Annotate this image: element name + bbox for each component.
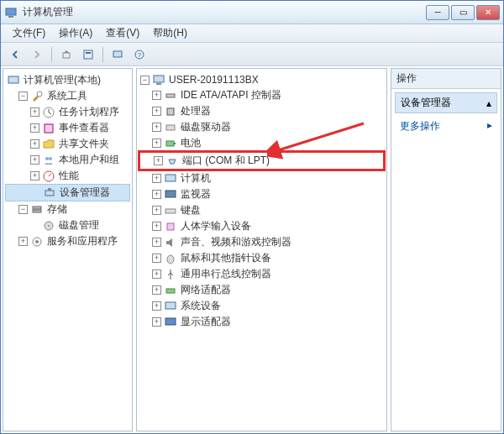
tree-system-devices[interactable]: + 系统设备 — [139, 298, 385, 314]
svg-point-22 — [35, 240, 39, 243]
device-icon — [43, 186, 56, 200]
tree-storage[interactable]: − 存储 — [5, 201, 130, 217]
tree-sound[interactable]: + 声音、视频和游戏控制器 — [139, 234, 385, 250]
properties-button[interactable] — [79, 45, 97, 64]
expand-icon[interactable]: + — [152, 222, 161, 231]
menu-action[interactable]: 操作(A) — [52, 24, 99, 42]
tree-system-tools[interactable]: − 系统工具 — [5, 88, 130, 104]
expand-icon[interactable]: + — [152, 174, 161, 183]
expand-icon[interactable]: + — [30, 123, 39, 133]
tree-disk-management[interactable]: 磁盘管理 — [5, 217, 130, 233]
expand-icon[interactable]: + — [30, 139, 39, 149]
expand-icon[interactable]: + — [152, 317, 161, 327]
tree-local-users[interactable]: + 本地用户和组 — [5, 152, 130, 168]
disk-icon — [42, 219, 55, 233]
expand-icon[interactable]: + — [18, 237, 28, 246]
battery-icon — [164, 137, 177, 150]
tree-label: 网络适配器 — [181, 283, 231, 297]
chevron-up-icon: ▴ — [486, 97, 491, 109]
tree-shared-folders[interactable]: + 共享文件夹 — [5, 136, 130, 152]
tree-network[interactable]: + 网络适配器 — [139, 282, 385, 298]
tree-label: 计算机 — [181, 171, 211, 186]
tree-label: 电池 — [181, 136, 201, 150]
expand-icon[interactable]: + — [152, 254, 161, 263]
tree-label: 显示适配器 — [181, 315, 231, 329]
svg-rect-33 — [167, 223, 174, 230]
expand-icon[interactable]: + — [152, 238, 161, 247]
tree-device-manager[interactable]: 设备管理器 — [5, 184, 130, 201]
sound-icon — [164, 236, 177, 249]
more-actions-link[interactable]: 更多操作 ▸ — [391, 117, 501, 136]
tree-root[interactable]: 计算机管理(本地) — [5, 72, 130, 88]
svg-point-13 — [49, 157, 52, 160]
tree-mice[interactable]: + 鼠标和其他指针设备 — [139, 250, 385, 266]
svg-rect-8 — [8, 76, 18, 83]
leaf-icon — [31, 188, 40, 197]
collapse-icon[interactable]: − — [140, 76, 150, 85]
collapse-icon[interactable]: − — [18, 205, 28, 214]
leaf-icon — [30, 221, 39, 230]
tree-event-viewer[interactable]: + 事件查看器 — [5, 120, 130, 136]
tree-ports[interactable]: + 端口 (COM 和 LPT) — [139, 151, 385, 170]
expand-icon[interactable]: + — [152, 91, 161, 100]
tree-processors[interactable]: + 处理器 — [139, 103, 385, 119]
tree-computers[interactable]: + 计算机 — [139, 170, 385, 186]
help-button[interactable]: ? — [130, 45, 149, 64]
svg-rect-23 — [154, 76, 164, 82]
back-button[interactable] — [6, 45, 24, 64]
display-icon — [164, 316, 177, 329]
tree-label: IDE ATA/ATAPI 控制器 — [181, 88, 281, 102]
svg-rect-17 — [33, 207, 41, 209]
minimize-button[interactable]: ─ — [426, 5, 449, 20]
tree-keyboards[interactable]: + 键盘 — [139, 202, 385, 218]
expand-icon[interactable]: + — [152, 301, 161, 311]
expand-icon[interactable]: + — [152, 123, 161, 132]
usb-icon — [164, 268, 177, 281]
expand-icon[interactable]: + — [30, 171, 39, 180]
tree-usb[interactable]: + 通用串行总线控制器 — [139, 266, 385, 282]
expand-icon[interactable]: + — [152, 107, 161, 116]
tree-label: 本地用户和组 — [59, 153, 119, 167]
drive-icon — [164, 121, 177, 134]
expand-icon[interactable]: + — [152, 269, 161, 279]
tree-computer-root[interactable]: − USER-20191113BX — [139, 72, 385, 87]
svg-point-12 — [45, 157, 49, 160]
tree-ide[interactable]: + IDE ATA/ATAPI 控制器 — [139, 87, 385, 103]
expand-icon[interactable]: + — [154, 156, 163, 165]
tree-label: 磁盘管理 — [59, 218, 99, 233]
device-tree: − USER-20191113BX + IDE ATA/ATAPI 控制器 + … — [137, 69, 386, 333]
tree-display[interactable]: + 显示适配器 — [139, 314, 385, 330]
menu-help[interactable]: 帮助(H) — [146, 24, 194, 42]
storage-icon — [30, 203, 44, 217]
maximize-button[interactable]: ▭ — [451, 5, 475, 20]
tree-hid[interactable]: + 人体学输入设备 — [139, 218, 385, 234]
actions-section[interactable]: 设备管理器 ▴ — [395, 92, 497, 113]
tree-label: 监视器 — [181, 187, 211, 201]
expand-icon[interactable]: + — [152, 285, 161, 295]
refresh-button[interactable] — [108, 45, 127, 64]
collapse-icon[interactable]: − — [18, 92, 28, 101]
close-button[interactable]: ✕ — [476, 5, 500, 20]
expand-icon[interactable]: + — [152, 190, 161, 199]
menubar: 文件(F) 操作(A) 查看(V) 帮助(H) — [1, 24, 503, 43]
menu-file[interactable]: 文件(F) — [6, 24, 52, 42]
menu-view[interactable]: 查看(V) — [99, 24, 146, 42]
tree-label: 设备管理器 — [60, 186, 110, 200]
up-button[interactable] — [57, 45, 76, 64]
expand-icon[interactable]: + — [152, 206, 161, 215]
expand-icon[interactable]: + — [30, 155, 39, 165]
actions-section-label: 设备管理器 — [401, 96, 451, 110]
expand-icon[interactable]: + — [30, 107, 39, 117]
more-actions-label: 更多操作 — [400, 120, 440, 132]
tree-task-scheduler[interactable]: + 任务计划程序 — [5, 104, 130, 120]
forward-button[interactable] — [28, 45, 46, 64]
tree-batteries[interactable]: + 电池 — [139, 135, 385, 151]
svg-point-20 — [48, 225, 50, 227]
tree-disk-drives[interactable]: + 磁盘驱动器 — [139, 119, 385, 135]
tree-performance[interactable]: + 性能 — [5, 168, 130, 184]
tree-monitors[interactable]: + 监视器 — [139, 186, 385, 202]
svg-point-34 — [167, 255, 174, 264]
cpu-icon — [164, 105, 177, 118]
expand-icon[interactable]: + — [152, 139, 161, 148]
tree-services-apps[interactable]: + 服务和应用程序 — [5, 233, 130, 249]
